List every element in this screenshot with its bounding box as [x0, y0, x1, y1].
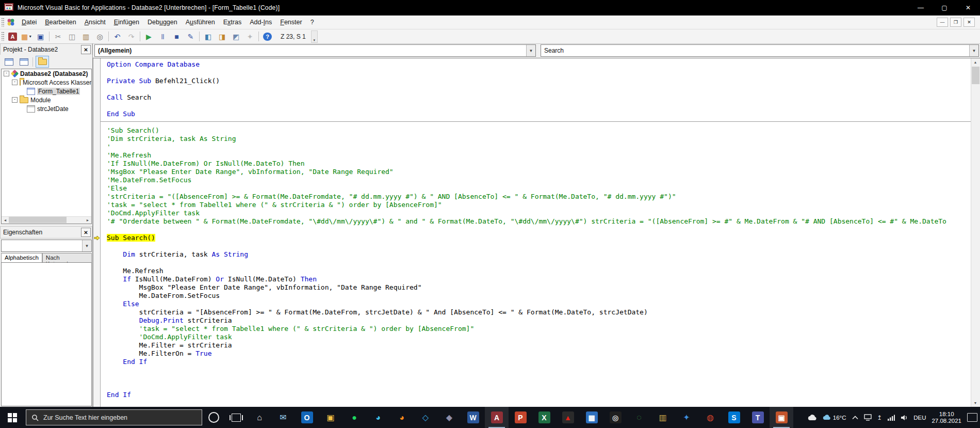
menubar-grip[interactable] [2, 18, 4, 27]
maximize-button[interactable]: ▢ [933, 0, 956, 15]
taskbar-app-access[interactable]: A [485, 407, 509, 428]
taskbar-search-input[interactable]: Zur Suche Text hier eingeben [26, 409, 202, 425]
project-explorer-button[interactable]: ◧ [202, 30, 215, 42]
scroll-left-icon[interactable]: ◄ [2, 217, 9, 223]
menu-?[interactable]: ? [306, 15, 318, 29]
task-view-button[interactable] [225, 407, 248, 428]
code-window[interactable]: Option Compare DatabasePrivate Sub Befeh… [93, 58, 980, 407]
undo-button[interactable]: ↶ [111, 30, 124, 42]
taskbar-app-teams[interactable]: T [746, 407, 770, 428]
child-close-button[interactable]: ✕ [963, 18, 975, 27]
properties-list[interactable] [1, 262, 92, 406]
menu-einfgen[interactable]: Einfügen [110, 15, 143, 29]
view-access-button[interactable]: A [6, 30, 19, 42]
taskbar-app-word[interactable]: W [461, 407, 485, 428]
hscroll-thumb[interactable] [9, 217, 67, 223]
taskbar-app-edge[interactable]: ◕ [366, 407, 390, 428]
chevron-down-icon[interactable]: ▼ [969, 45, 978, 56]
weather-widget[interactable]: 16°C [823, 415, 846, 421]
network-icon[interactable] [888, 415, 895, 421]
toggle-folders-button[interactable] [36, 56, 49, 68]
expand-collapse-icon[interactable]: - [4, 71, 9, 76]
toolbox-button[interactable]: ✦ [243, 30, 256, 42]
taskbar-app-microsoft-store[interactable]: ⌂ [248, 407, 271, 428]
object-browser-button[interactable]: ◩ [230, 30, 242, 42]
cut-button[interactable]: ✂ [52, 30, 64, 42]
properties-window-button[interactable]: ◨ [216, 30, 228, 42]
child-minimize-button[interactable]: — [937, 18, 948, 27]
close-button[interactable]: ✕ [956, 0, 980, 15]
reset-button[interactable]: ■ [170, 30, 183, 42]
menu-fenster[interactable]: Fenster [276, 15, 306, 29]
design-mode-button[interactable]: ✎ [184, 30, 197, 42]
taskbar-app-excel[interactable]: X [532, 407, 556, 428]
view-object-button[interactable] [18, 56, 30, 67]
object-dropdown[interactable]: (Allgemein) ▼ [94, 44, 536, 57]
tree-item-database2-database2-[interactable]: -Database2 (Database2) [2, 69, 91, 78]
tree-item-microsoft-access-klassenobjekte[interactable]: -Microsoft Access Klassenobjekte [2, 78, 91, 87]
insert-object-button[interactable]: ▦▼ [20, 30, 33, 42]
taskbar-app-powerpoint[interactable]: P [509, 407, 532, 428]
paste-button[interactable]: ▥ [79, 30, 92, 42]
scroll-down-icon[interactable]: ▼ [971, 399, 979, 407]
taskbar-app-anaconda[interactable]: ◌ [627, 407, 651, 428]
project-panel-close-icon[interactable]: ✕ [81, 45, 91, 54]
chevron-down-icon[interactable]: ▼ [82, 240, 91, 251]
taskbar-app-skype[interactable]: S [722, 407, 746, 428]
taskbar-app-power-bi[interactable]: ▦ [580, 407, 603, 428]
code-editor[interactable]: Option Compare DatabasePrivate Sub Befeh… [101, 58, 971, 407]
copy-button[interactable]: ◫ [66, 30, 78, 42]
vscroll-thumb[interactable] [972, 67, 979, 84]
view-code-button[interactable] [3, 56, 15, 67]
project-tree-hscrollbar[interactable]: ◄ ► [2, 216, 91, 224]
taskbar-app-spotify[interactable]: ● [342, 407, 366, 428]
taskbar-app-firefox[interactable]: ◕ [390, 407, 414, 428]
cortana-button[interactable] [202, 407, 225, 428]
child-window-icon[interactable] [7, 18, 15, 26]
taskbar-app-access-runtime[interactable]: ▣ [770, 407, 793, 428]
notification-center-icon[interactable] [967, 413, 977, 422]
find-button[interactable]: ◎ [93, 30, 106, 42]
minimize-button[interactable]: — [909, 0, 933, 15]
taskbar-app-file-explorer[interactable]: ▣ [319, 407, 342, 428]
taskbar-app-vscode[interactable]: ◇ [414, 407, 437, 428]
taskbar-app-hwmonitor[interactable]: ▥ [651, 407, 675, 428]
monitor-icon[interactable] [864, 414, 872, 421]
taskbar-app-acrobat[interactable]: ▲ [556, 407, 580, 428]
menu-addins[interactable]: Add-Ins [246, 15, 276, 29]
taskbar-app-opera[interactable]: ◍ [698, 407, 722, 428]
language-indicator[interactable]: DEU [913, 415, 926, 421]
menu-debuggen[interactable]: Debuggen [143, 15, 182, 29]
scroll-right-icon[interactable]: ► [84, 217, 91, 223]
taskbar-app-outlook[interactable]: O [295, 407, 319, 428]
redo-button[interactable]: ↷ [125, 30, 138, 42]
chevron-up-icon[interactable] [852, 416, 858, 420]
expand-collapse-icon[interactable]: - [12, 80, 18, 85]
menu-datei[interactable]: Datei [18, 15, 41, 29]
properties-object-dropdown[interactable]: ▼ [1, 240, 92, 252]
menu-extras[interactable]: Extras [219, 15, 246, 29]
clock[interactable]: 18:10 27.08.2021 [932, 411, 961, 424]
toolbar-grip[interactable] [2, 32, 4, 41]
menu-ausfhren[interactable]: Ausführen [182, 15, 219, 29]
code-vscrollbar[interactable]: ▲ ▼ [971, 58, 980, 407]
tree-item-form-tabelle1[interactable]: Form_Tabelle1 [2, 87, 91, 96]
taskbar-app-mail[interactable]: ✉ [271, 407, 295, 428]
tab-categorized[interactable]: Nach Kategorien [42, 253, 92, 263]
menu-ansicht[interactable]: Ansicht [80, 15, 110, 29]
run-button[interactable]: ▶ [142, 30, 155, 42]
tree-item-module[interactable]: -Module [2, 96, 91, 104]
start-button[interactable] [0, 407, 25, 428]
onedrive-icon[interactable] [808, 415, 817, 421]
save-button[interactable]: ▣ [34, 30, 47, 42]
tree-item-strcjetdate[interactable]: strcJetDate [2, 104, 91, 113]
break-button[interactable]: Ⅱ [156, 30, 169, 42]
taskbar-app-github-desktop[interactable]: ◆ [437, 407, 461, 428]
child-restore-button[interactable]: ❐ [950, 18, 961, 27]
toolbar-overflow-button[interactable]: ▾ [311, 30, 318, 43]
tab-alphabetic[interactable]: Alphabetisch [1, 253, 42, 263]
expand-collapse-icon[interactable]: - [12, 97, 18, 103]
volume-icon[interactable] [901, 415, 908, 421]
taskbar-app-obs[interactable]: ◎ [603, 407, 627, 428]
procedure-dropdown[interactable]: Search ▼ [541, 44, 979, 57]
